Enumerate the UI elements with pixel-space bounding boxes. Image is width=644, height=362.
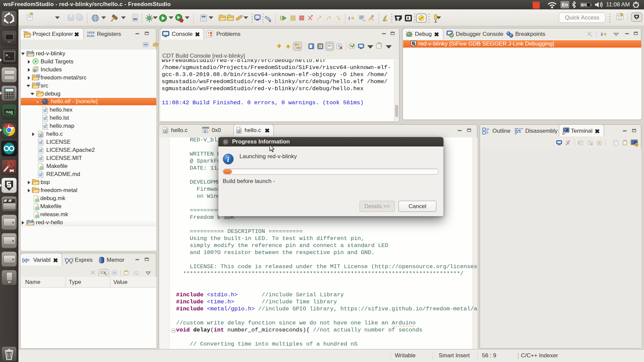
svg-text:c: c	[205, 129, 206, 133]
svg-text:i: i	[601, 32, 602, 37]
svg-text:i: i	[227, 155, 229, 164]
svg-text:i: i	[348, 16, 350, 21]
svg-text:010: 010	[133, 18, 137, 21]
svg-text:0101: 0101	[87, 34, 95, 38]
svg-text:A: A	[407, 16, 409, 20]
